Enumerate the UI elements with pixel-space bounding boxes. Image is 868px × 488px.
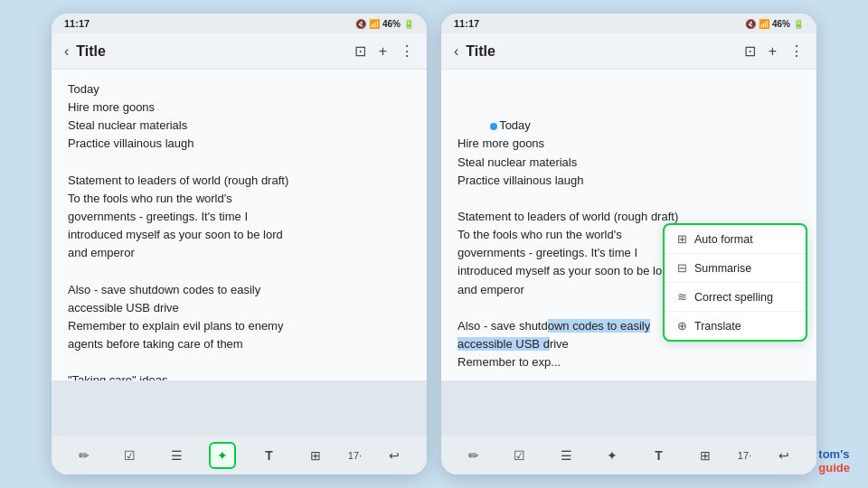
- more-icon-right[interactable]: ⋮: [789, 42, 804, 60]
- status-bar-right: 11:17 🔇 📶 46% 🔋: [441, 14, 816, 33]
- watermark-line2-text: guide: [818, 461, 850, 474]
- status-bar-left: 11:17 🔇 📶 46% 🔋: [52, 14, 427, 33]
- undo-btn-right[interactable]: ↩: [770, 442, 797, 469]
- num-badge-left: 17·: [348, 450, 362, 461]
- context-menu: ⊞ Auto format ⊟ Summarise ≋ Correct spel…: [663, 223, 807, 342]
- pen-btn-right[interactable]: ✏: [460, 442, 487, 469]
- plus-icon-left[interactable]: +: [379, 43, 387, 60]
- translate-icon: ⊕: [677, 319, 687, 333]
- translate-label: Translate: [694, 320, 741, 333]
- text-btn-left[interactable]: T: [255, 442, 282, 469]
- more-icon-left[interactable]: ⋮: [400, 42, 414, 60]
- summarise-label: Summarise: [694, 262, 751, 275]
- back-button-left[interactable]: ‹: [64, 43, 69, 60]
- bottom-gray-right: [441, 380, 816, 435]
- note-before-cursor: Today Hire more goons Steal nuclear mate…: [458, 118, 678, 369]
- nav-title-right: Title: [466, 43, 495, 60]
- nav-title-left: Title: [76, 43, 106, 60]
- phone-left: 11:17 🔇 📶 46% 🔋 ‹ Title ⊡ + ⋮ Today Hire…: [52, 14, 427, 474]
- book-icon-right[interactable]: ⊡: [744, 42, 756, 60]
- attach-btn-left[interactable]: ⊞: [302, 442, 329, 469]
- plus-icon-right[interactable]: +: [769, 43, 777, 60]
- menu-item-autoformat[interactable]: ⊞ Auto format: [665, 225, 806, 254]
- ai-btn-left[interactable]: ✦: [209, 442, 236, 469]
- bottom-gray-left: [52, 380, 427, 435]
- menu-item-summarise[interactable]: ⊟ Summarise: [665, 254, 806, 283]
- note-text-left: Today Hire more goons Steal nuclear mate…: [68, 80, 410, 380]
- selected-text-block: own codes to easily accessible USB d: [458, 319, 650, 351]
- correct-spelling-label: Correct spelling: [694, 291, 773, 304]
- check-btn-right[interactable]: ☑: [506, 442, 533, 469]
- list-btn-right[interactable]: ☰: [552, 442, 580, 469]
- list-btn-left[interactable]: ☰: [163, 442, 190, 469]
- time-left: 11:17: [64, 18, 90, 29]
- book-icon-left[interactable]: ⊡: [354, 42, 366, 60]
- toolbar-left: ✏ ☑ ☰ ✦ T ⊞ 17· ↩: [52, 435, 427, 474]
- summarise-icon: ⊟: [677, 261, 687, 275]
- menu-item-correct-spelling[interactable]: ≋ Correct spelling: [665, 283, 806, 312]
- num-badge-right: 17·: [738, 450, 751, 461]
- correct-spelling-icon: ≋: [677, 290, 687, 304]
- time-right: 11:17: [454, 18, 479, 29]
- status-icons-left: 🔇 📶 46% 🔋: [355, 19, 414, 29]
- pen-btn-left[interactable]: ✏: [71, 442, 98, 469]
- back-button-right[interactable]: ‹: [454, 43, 458, 60]
- text-btn-right[interactable]: T: [645, 442, 672, 469]
- watermark-line2: guide: [818, 461, 850, 475]
- watermark-line1: tom's: [818, 447, 850, 462]
- watermark: tom's guide: [818, 447, 850, 475]
- ai-btn-right[interactable]: ✦: [599, 442, 626, 469]
- undo-btn-left[interactable]: ↩: [381, 442, 408, 469]
- phone-right: 11:17 🔇 📶 46% 🔋 ‹ Title ⊡ + ⋮: [441, 14, 816, 474]
- nav-bar-right: ‹ Title ⊡ + ⋮: [441, 33, 816, 70]
- selection-cursor-start: [490, 123, 497, 130]
- status-icons-right: 🔇 📶 46% 🔋: [745, 19, 804, 29]
- autoformat-label: Auto format: [694, 233, 753, 246]
- nav-bar-left: ‹ Title ⊡ + ⋮: [52, 33, 427, 70]
- menu-item-translate[interactable]: ⊕ Translate: [665, 312, 806, 340]
- attach-btn-right[interactable]: ⊞: [692, 442, 719, 469]
- autoformat-icon: ⊞: [677, 232, 687, 246]
- check-btn-left[interactable]: ☑: [117, 442, 144, 469]
- content-area-right[interactable]: Today Hire more goons Steal nuclear mate…: [441, 70, 816, 380]
- toolbar-right: ✏ ☑ ☰ ✦ T ⊞ 17· ↩: [441, 435, 816, 474]
- content-area-left[interactable]: Today Hire more goons Steal nuclear mate…: [52, 70, 427, 380]
